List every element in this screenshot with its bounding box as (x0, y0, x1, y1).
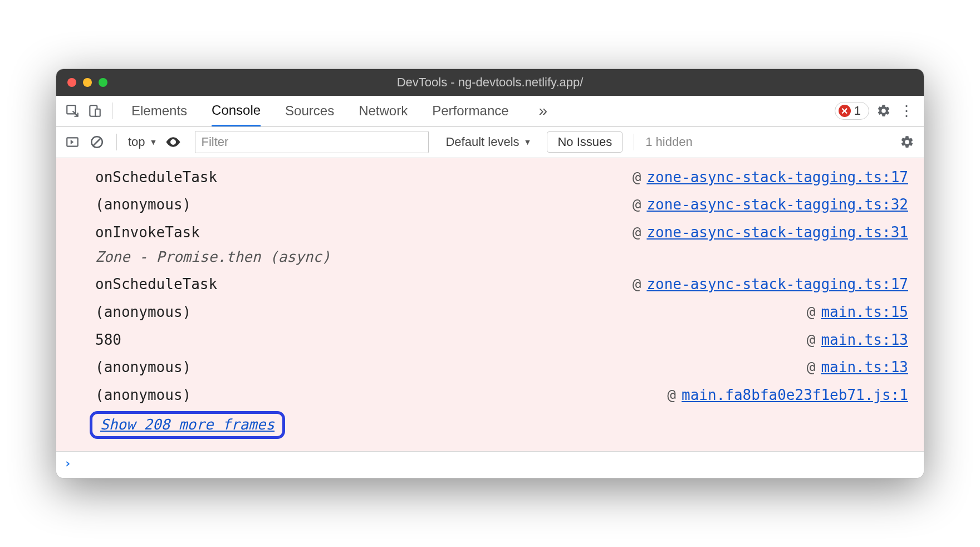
stack-frame: onInvokeTask @ zone-async-stack-tagging.… (56, 219, 924, 247)
tab-performance[interactable]: Performance (432, 96, 508, 126)
at-symbol: @ (633, 193, 641, 217)
console-error-stack: onScheduleTask @ zone-async-stack-taggin… (56, 158, 924, 452)
stack-frame: (anonymous) @ main.fa8bfa0e23f1eb71.js:1 (56, 382, 924, 409)
frame-source-link[interactable]: main.fa8bfa0e23f1eb71.js:1 (682, 384, 908, 407)
frame-source-link[interactable]: main.ts:15 (821, 301, 908, 324)
separator (116, 134, 117, 150)
stack-frame: (anonymous) @ main.ts:15 (56, 299, 924, 326)
stack-frame: 580 @ main.ts:13 (56, 326, 924, 354)
frame-source-link[interactable]: main.ts:13 (821, 356, 908, 379)
tab-elements[interactable]: Elements (131, 96, 187, 126)
tabs-overflow-button[interactable]: » (533, 102, 553, 120)
context-label: top (128, 135, 145, 149)
frame-source-link[interactable]: zone-async-stack-tagging.ts:17 (646, 166, 908, 189)
panel-tabs: Elements Console Sources Network Perform… (121, 96, 553, 126)
device-toggle-icon[interactable] (86, 102, 103, 119)
frame-function: onScheduleTask (95, 166, 217, 189)
console-toolbar: top ▼ Filter Default levels ▼ No Issues … (56, 127, 924, 158)
at-symbol: @ (633, 221, 641, 245)
tab-console[interactable]: Console (212, 96, 261, 126)
hidden-messages-label[interactable]: 1 hidden (645, 135, 692, 149)
devtools-window: DevTools - ng-devtools.netlify.app/ Elem… (56, 69, 924, 479)
context-selector[interactable]: top ▼ (128, 135, 157, 149)
live-expression-icon[interactable] (165, 134, 182, 150)
console-settings-gear-icon[interactable] (898, 133, 916, 151)
prompt-caret-icon: › (64, 456, 71, 470)
error-count-pill[interactable]: ✕ 1 (835, 102, 869, 120)
inspect-element-icon[interactable] (64, 102, 81, 119)
frame-source-link[interactable]: zone-async-stack-tagging.ts:31 (646, 221, 908, 245)
minimize-window-button[interactable] (83, 78, 92, 87)
frame-function: (anonymous) (95, 193, 191, 217)
frame-function: 580 (95, 329, 121, 352)
error-icon: ✕ (839, 105, 851, 117)
traffic-lights (56, 78, 107, 87)
at-symbol: @ (807, 301, 816, 324)
frame-function: onScheduleTask (95, 273, 217, 296)
tab-sources[interactable]: Sources (285, 96, 334, 126)
at-symbol: @ (633, 273, 641, 296)
filter-placeholder: Filter (201, 135, 228, 149)
frame-function: onInvokeTask (95, 221, 200, 245)
frame-source-link[interactable]: zone-async-stack-tagging.ts:32 (646, 193, 908, 217)
tab-network[interactable]: Network (359, 96, 408, 126)
devtools-tabstrip: Elements Console Sources Network Perform… (56, 96, 924, 127)
clear-console-icon[interactable] (89, 134, 105, 150)
frame-function: (anonymous) (95, 356, 191, 379)
chevron-down-icon: ▼ (524, 138, 532, 146)
error-count: 1 (854, 104, 861, 118)
separator (112, 102, 112, 119)
log-levels-selector[interactable]: Default levels ▼ (445, 135, 531, 149)
issues-button[interactable]: No Issues (547, 131, 623, 153)
async-boundary-label: Zone - Promise.then (async) (56, 246, 924, 271)
zoom-window-button[interactable] (99, 78, 107, 87)
levels-label: Default levels (445, 135, 519, 149)
settings-gear-icon[interactable] (875, 102, 893, 120)
separator (634, 134, 634, 150)
frame-source-link[interactable]: main.ts:13 (821, 329, 908, 352)
svg-point-5 (172, 141, 175, 144)
stack-frame: (anonymous) @ zone-async-stack-tagging.t… (56, 191, 924, 219)
frame-function: (anonymous) (95, 301, 191, 324)
show-more-frames-link[interactable]: Show 208 more frames (100, 416, 275, 433)
stack-frame: onScheduleTask @ zone-async-stack-taggin… (56, 164, 924, 192)
annotation-highlight: Show 208 more frames (90, 411, 285, 439)
toggle-sidebar-icon[interactable] (64, 134, 81, 150)
svg-rect-2 (95, 109, 100, 116)
at-symbol: @ (633, 166, 641, 189)
window-titlebar: DevTools - ng-devtools.netlify.app/ (56, 69, 924, 96)
stack-frame: (anonymous) @ main.ts:13 (56, 354, 924, 382)
at-symbol: @ (807, 356, 816, 379)
frame-source-link[interactable]: zone-async-stack-tagging.ts:17 (646, 273, 908, 296)
frame-function: (anonymous) (95, 384, 191, 407)
console-input-row[interactable]: › (56, 451, 924, 478)
more-menu-icon[interactable]: ⋮ (898, 102, 916, 120)
close-window-button[interactable] (67, 78, 76, 87)
at-symbol: @ (807, 329, 816, 352)
window-title: DevTools - ng-devtools.netlify.app/ (56, 75, 924, 90)
at-symbol: @ (667, 384, 676, 407)
filter-input[interactable]: Filter (195, 131, 429, 153)
stack-frame: onScheduleTask @ zone-async-stack-taggin… (56, 271, 924, 299)
chevron-down-icon: ▼ (150, 138, 158, 146)
